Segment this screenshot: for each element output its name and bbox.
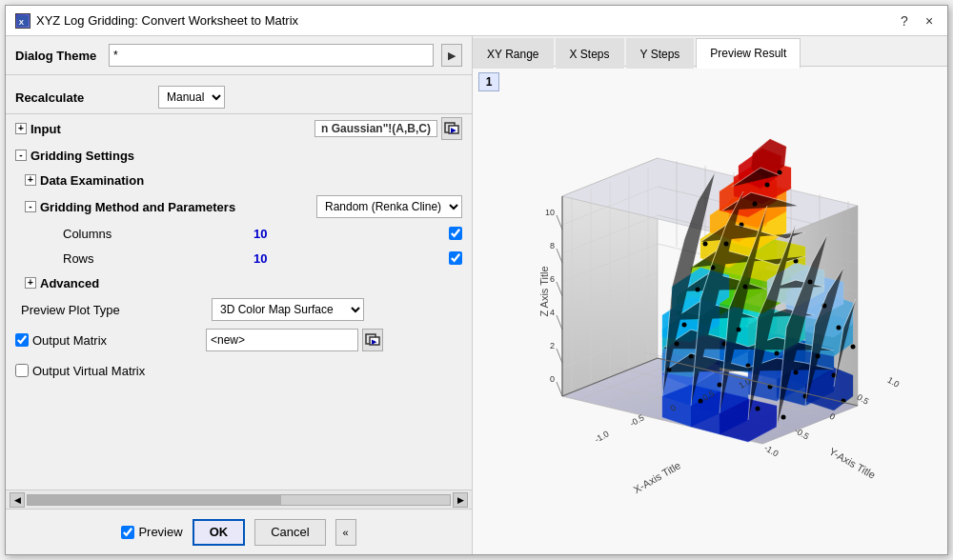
output-matrix-input-area: ▶ bbox=[206, 329, 383, 351]
input-value: n Gaussian"!(A,B,C) bbox=[314, 120, 437, 137]
help-button[interactable]: ? bbox=[896, 12, 913, 30]
advanced-label: Advanced bbox=[40, 276, 99, 290]
close-button[interactable]: × bbox=[921, 12, 938, 30]
columns-checkbox-cell bbox=[449, 227, 462, 240]
columns-value-area: 10 bbox=[253, 227, 462, 241]
output-matrix-row: Output Matrix ▶ bbox=[6, 324, 472, 356]
tab-y-steps[interactable]: Y Steps bbox=[626, 38, 695, 69]
svg-point-91 bbox=[756, 407, 760, 411]
output-matrix-icon-btn[interactable]: ▶ bbox=[362, 329, 383, 351]
output-virtual-matrix-checkbox[interactable] bbox=[15, 364, 29, 377]
preview-plot-type-select[interactable]: 3D Color Map Surface Contour Image Plot bbox=[212, 298, 364, 321]
input-icon-btn[interactable]: ▶ bbox=[441, 117, 462, 140]
svg-point-100 bbox=[682, 323, 687, 328]
gridding-method-header: - Gridding Method and Parameters Random … bbox=[6, 192, 472, 221]
title-icon: X bbox=[15, 13, 30, 29]
title-bar: X XYZ Log Gridding: Convert Worksheet to… bbox=[6, 6, 947, 36]
output-virtual-matrix-label-area: Output Virtual Matrix bbox=[15, 364, 206, 378]
svg-text:8: 8 bbox=[550, 241, 555, 250]
dialog-theme-label: Dialog Theme bbox=[15, 49, 101, 63]
columns-row: Columns 10 bbox=[6, 221, 472, 246]
svg-point-106 bbox=[765, 183, 770, 188]
svg-point-86 bbox=[699, 399, 703, 404]
svg-point-95 bbox=[794, 370, 799, 375]
gridding-method-expand[interactable]: - bbox=[25, 201, 36, 212]
dialog-theme-input[interactable] bbox=[109, 44, 434, 67]
data-examination-expand[interactable]: + bbox=[25, 174, 36, 186]
window-title: XYZ Log Gridding: Convert Worksheet to M… bbox=[36, 13, 298, 28]
svg-point-87 bbox=[718, 383, 722, 388]
collapse-button[interactable]: « bbox=[335, 519, 356, 546]
output-matrix-input[interactable] bbox=[206, 329, 358, 351]
gridding-method-select[interactable]: Random (Renka Cline) Kriging Shepard Met… bbox=[316, 195, 462, 218]
right-panel: XY Range X Steps Y Steps Preview Result … bbox=[473, 36, 947, 554]
svg-point-94 bbox=[781, 415, 786, 420]
data-examination-header: + Data Examination bbox=[6, 168, 472, 192]
dialog-theme-arrow[interactable]: ▶ bbox=[441, 44, 462, 67]
horizontal-scrollbar[interactable]: ◀ ▶ bbox=[6, 490, 472, 509]
tab-xy-range[interactable]: XY Range bbox=[473, 38, 554, 69]
gridding-settings-label: Gridding Settings bbox=[30, 149, 134, 163]
recalculate-row: Recalculate Manual Auto bbox=[6, 81, 472, 114]
main-dialog: X XYZ Log Gridding: Convert Worksheet to… bbox=[5, 5, 948, 555]
rows-checkbox-cell bbox=[449, 251, 462, 265]
tabs-bar: XY Range X Steps Y Steps Preview Result bbox=[473, 36, 947, 67]
preview-label: Preview bbox=[138, 525, 182, 539]
input-section-header: + Input n Gaussian"!(A,B,C) ▶ bbox=[6, 114, 472, 143]
rows-checkbox[interactable] bbox=[449, 251, 462, 265]
output-matrix-label-area: Output Matrix bbox=[15, 333, 206, 348]
preview-plot-type-label: Preview Plot Type bbox=[21, 303, 212, 317]
svg-point-93 bbox=[775, 351, 780, 356]
output-matrix-checkbox[interactable] bbox=[15, 333, 29, 347]
gridding-settings-header: - Gridding Settings bbox=[6, 143, 472, 168]
cancel-button[interactable]: Cancel bbox=[254, 519, 325, 546]
advanced-expand[interactable]: + bbox=[25, 277, 36, 289]
input-label: Input bbox=[30, 122, 61, 136]
rows-row: Rows 10 bbox=[6, 246, 472, 270]
recalculate-select[interactable]: Manual Auto bbox=[158, 86, 225, 109]
columns-value: 10 bbox=[253, 227, 267, 241]
rows-value-area: 10 bbox=[253, 251, 462, 266]
gridding-settings-expand[interactable]: - bbox=[15, 150, 27, 161]
svg-point-113 bbox=[851, 345, 856, 350]
svg-text:X: X bbox=[19, 17, 25, 26]
recalculate-label: Recalculate bbox=[15, 90, 158, 105]
svg-text:4: 4 bbox=[550, 308, 555, 317]
scroll-left-arrow[interactable]: ◀ bbox=[10, 492, 25, 508]
left-panel: Dialog Theme ▶ Recalculate Manual Auto + bbox=[6, 36, 473, 554]
tab-preview-result[interactable]: Preview Result bbox=[696, 38, 801, 69]
preview-check-area: Preview bbox=[121, 525, 182, 539]
data-examination-label: Data Examination bbox=[40, 173, 144, 188]
preview-plot-type-value: 3D Color Map Surface Contour Image Plot bbox=[212, 298, 462, 321]
output-virtual-matrix-row: Output Virtual Matrix bbox=[6, 356, 472, 385]
svg-text:10: 10 bbox=[545, 208, 555, 217]
svg-point-114 bbox=[703, 242, 708, 247]
input-expand-icon[interactable]: + bbox=[15, 123, 27, 134]
gridding-method-label: Gridding Method and Parameters bbox=[40, 200, 235, 214]
scroll-track[interactable] bbox=[27, 494, 451, 506]
svg-text:Z Axis Title: Z Axis Title bbox=[538, 266, 550, 316]
preview-number: 1 bbox=[478, 72, 499, 91]
rows-label: Rows bbox=[63, 251, 253, 266]
title-bar-right: ? × bbox=[896, 12, 938, 30]
preview-checkbox[interactable] bbox=[121, 526, 134, 539]
tab-x-steps[interactable]: X Steps bbox=[556, 38, 624, 69]
bottom-bar: Preview OK Cancel « bbox=[6, 509, 472, 554]
preview-plot-type-row: Preview Plot Type 3D Color Map Surface C… bbox=[6, 295, 472, 324]
dialog-theme-row: Dialog Theme ▶ bbox=[6, 36, 472, 75]
advanced-header: + Advanced bbox=[6, 270, 472, 295]
settings-area: Recalculate Manual Auto + Input n Gaussi… bbox=[6, 75, 472, 490]
scroll-right-arrow[interactable]: ▶ bbox=[453, 492, 468, 508]
preview-area: 1 bbox=[473, 67, 947, 554]
columns-checkbox[interactable] bbox=[449, 227, 462, 240]
output-virtual-matrix-label: Output Virtual Matrix bbox=[32, 364, 145, 378]
chart-container: Z Axis Title 0 2 4 6 8 10 bbox=[473, 67, 947, 554]
svg-text:2: 2 bbox=[550, 341, 555, 350]
ok-button[interactable]: OK bbox=[193, 519, 246, 546]
scroll-thumb bbox=[28, 495, 281, 505]
svg-text:6: 6 bbox=[550, 274, 555, 284]
dialog-content: Dialog Theme ▶ Recalculate Manual Auto + bbox=[6, 36, 947, 554]
title-bar-left: X XYZ Log Gridding: Convert Worksheet to… bbox=[15, 13, 298, 29]
rows-value: 10 bbox=[253, 251, 267, 266]
columns-label: Columns bbox=[63, 227, 253, 241]
